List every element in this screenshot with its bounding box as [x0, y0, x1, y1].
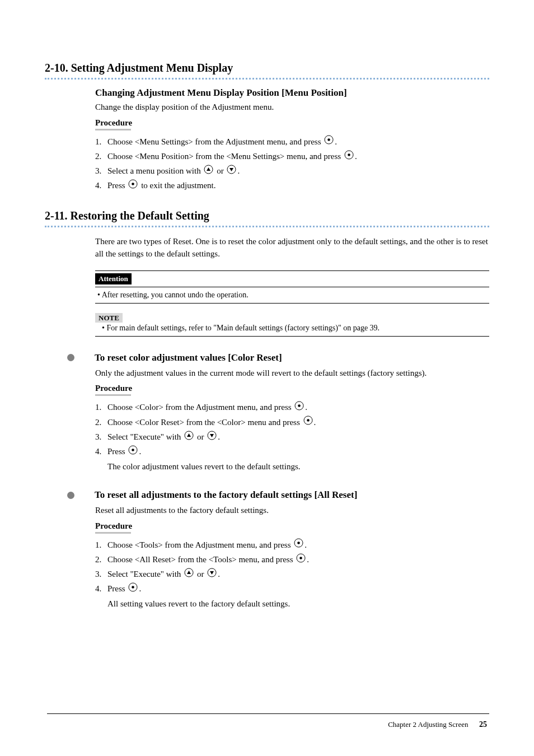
up-icon — [204, 165, 213, 179]
text-b: . — [139, 447, 141, 456]
bullet-icon — [67, 492, 74, 499]
svg-point-9 — [132, 183, 135, 185]
text: Choose <Color> from the Adjustment menu,… — [107, 403, 293, 412]
step-num: 4. — [95, 445, 107, 474]
step-num: 1. — [95, 538, 107, 553]
text: Choose <Tools> from the Adjustment menu,… — [107, 540, 293, 549]
end: . — [218, 432, 220, 441]
down-icon — [207, 568, 217, 582]
step-4: 4. Press to exit the adjustment. — [95, 179, 489, 193]
section-restoring-default: 2-11. Restoring the Default Setting Ther… — [45, 209, 489, 612]
subsection-menu-position: Changing Adjustment Menu Display Positio… — [95, 87, 489, 194]
step-2: 2. Choose <Menu Position> from the <Menu… — [95, 150, 489, 164]
end: . — [218, 570, 220, 578]
enter-icon — [128, 445, 138, 460]
bullet-all-reset: To reset all adjustments to the factory … — [95, 489, 489, 501]
svg-point-19 — [132, 449, 135, 451]
page: 2-10. Setting Adjustment Menu Display Ch… — [0, 0, 534, 756]
svg-marker-27 — [210, 571, 214, 575]
note-text-a: • For main default settings, refer to "M… — [102, 324, 353, 332]
bullet-icon — [67, 354, 74, 361]
sub-heading-menu-position: Changing Adjustment Menu Display Positio… — [95, 87, 489, 99]
step2-end: . — [355, 152, 357, 161]
step-num: 3. — [95, 430, 107, 445]
down-icon — [227, 165, 236, 179]
heading-2-11: 2-11. Restoring the Default Setting — [45, 209, 489, 222]
gray-rule — [95, 394, 131, 396]
svg-marker-7 — [229, 168, 233, 171]
dotted-rule — [45, 226, 489, 227]
bullet1-text: To reset color adjustment values [Color … — [95, 352, 282, 363]
step2-text: Choose <Menu Position> from the <Menu Se… — [107, 152, 343, 161]
enter-icon — [344, 150, 354, 165]
page-link[interactable]: page 39 — [353, 324, 378, 332]
step-num: 3. — [95, 567, 107, 582]
step-1: 1. Choose <Color> from the Adjustment me… — [95, 400, 489, 415]
svg-point-21 — [297, 542, 300, 545]
dotted-rule — [45, 78, 489, 80]
svg-point-23 — [299, 557, 302, 559]
text-mid: or — [197, 432, 206, 441]
text: Choose <All Reset> from the <Tools> menu… — [107, 555, 295, 564]
step-1: 1. Choose <Tools> from the Adjustment me… — [95, 538, 489, 553]
section2-body: There are two types of Reset. One is to … — [95, 235, 489, 612]
step-2: 2. Choose <All Reset> from the <Tools> m… — [95, 553, 489, 567]
intro-para: There are two types of Reset. One is to … — [95, 235, 489, 260]
note-text-b: . — [378, 324, 380, 332]
procedure-label: Procedure — [95, 384, 489, 393]
step-num: 4. — [95, 179, 107, 193]
enter-icon — [294, 538, 303, 553]
svg-point-3 — [348, 153, 350, 156]
bullet2-para: Reset all adjustments to the factory def… — [95, 504, 489, 517]
footer-page-number: 25 — [479, 720, 487, 729]
step-num: 1. — [95, 400, 107, 415]
sub-para: Change the display position of the Adjus… — [95, 101, 489, 114]
svg-marker-5 — [207, 167, 210, 171]
step-4: 4. Press . All setting values revert to … — [95, 582, 489, 611]
all-reset-steps: 1. Choose <Tools> from the Adjustment me… — [95, 538, 489, 612]
svg-point-11 — [298, 404, 301, 407]
step-3: 3. Select a menu position with or . — [95, 164, 489, 179]
text-a: Select "Execute" with — [107, 570, 183, 578]
svg-point-13 — [307, 419, 310, 422]
enter-icon — [324, 135, 334, 150]
step-3: 3. Select "Execute" with or . — [95, 567, 489, 582]
text-a: Press — [107, 584, 127, 593]
section-menu-display: 2-10. Setting Adjustment Menu Display Ch… — [45, 62, 489, 194]
text-a: Press — [107, 447, 127, 456]
color-reset-steps: 1. Choose <Color> from the Adjustment me… — [95, 400, 489, 474]
end: . — [305, 403, 307, 412]
svg-point-1 — [327, 139, 330, 142]
end: . — [314, 418, 316, 427]
step-1: 1. Choose <Menu Settings> from the Adjus… — [95, 135, 489, 150]
bullet1-para: Only the adjustment values in the curren… — [95, 367, 489, 380]
text-c: All setting values revert to the factory… — [107, 597, 489, 612]
svg-marker-17 — [210, 434, 214, 437]
svg-marker-15 — [187, 433, 191, 437]
step-num: 3. — [95, 164, 107, 179]
attention-box: Attention • After resetting, you cannot … — [95, 270, 489, 304]
procedure-label: Procedure — [95, 521, 489, 531]
svg-point-29 — [132, 586, 135, 589]
step3-end: . — [237, 166, 240, 175]
up-icon — [184, 431, 194, 445]
down-icon — [207, 431, 217, 445]
gray-rule — [95, 532, 131, 534]
footer-rule — [47, 713, 489, 714]
step-2: 2. Choose <Color Reset> from the <Color>… — [95, 416, 489, 430]
bullet2-text: To reset all adjustments to the factory … — [95, 489, 357, 501]
enter-icon — [303, 416, 313, 430]
enter-icon — [128, 582, 138, 597]
step3-text-a: Select a menu position with — [107, 166, 203, 175]
text-a: Select "Execute" with — [107, 432, 183, 441]
attention-label: Attention — [95, 273, 132, 284]
text-b: . — [139, 584, 141, 593]
text-mid: or — [197, 570, 206, 578]
step-4: 4. Press . The color adjustment values r… — [95, 445, 489, 474]
step-num: 1. — [95, 135, 107, 150]
procedure-label: Procedure — [95, 118, 489, 128]
text-c: The color adjustment values revert to th… — [107, 460, 489, 474]
attention-header: Attention — [95, 271, 489, 287]
gray-rule — [95, 129, 131, 130]
enter-icon — [296, 553, 306, 568]
